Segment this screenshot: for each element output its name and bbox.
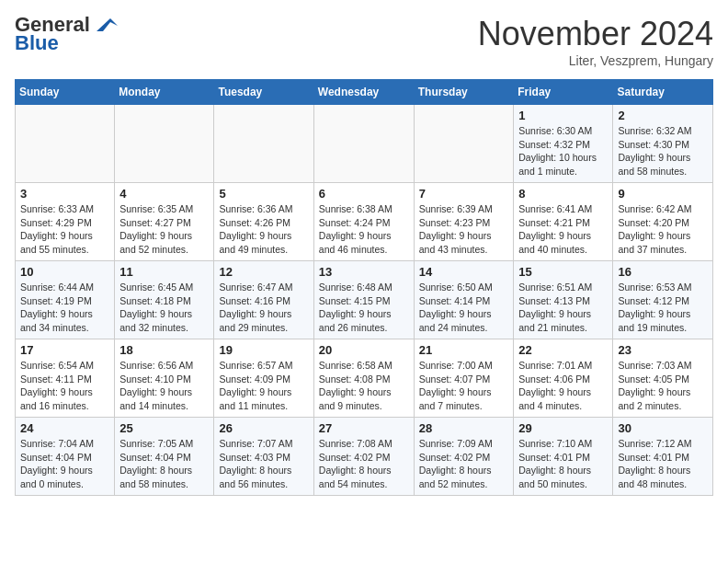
calendar-cell: 10Sunrise: 6:44 AM Sunset: 4:19 PM Dayli… xyxy=(16,261,115,339)
day-header-friday: Friday xyxy=(514,80,613,105)
calendar-cell: 11Sunrise: 6:45 AM Sunset: 4:18 PM Dayli… xyxy=(115,261,214,339)
day-info: Sunrise: 6:42 AM Sunset: 4:20 PM Dayligh… xyxy=(618,202,708,257)
day-number: 21 xyxy=(419,343,509,357)
calendar-cell: 28Sunrise: 7:09 AM Sunset: 4:02 PM Dayli… xyxy=(414,418,514,496)
calendar-cell: 19Sunrise: 6:57 AM Sunset: 4:09 PM Dayli… xyxy=(214,339,313,418)
day-info: Sunrise: 6:57 AM Sunset: 4:09 PM Dayligh… xyxy=(219,359,308,413)
calendar-header-row: SundayMondayTuesdayWednesdayThursdayFrid… xyxy=(16,80,713,105)
calendar-cell: 22Sunrise: 7:01 AM Sunset: 4:06 PM Dayli… xyxy=(514,339,613,418)
day-number: 5 xyxy=(219,187,308,201)
day-info: Sunrise: 7:01 AM Sunset: 4:06 PM Dayligh… xyxy=(518,359,608,413)
day-number: 16 xyxy=(618,265,708,279)
calendar-cell: 25Sunrise: 7:05 AM Sunset: 4:04 PM Dayli… xyxy=(115,418,214,496)
day-number: 11 xyxy=(119,265,209,279)
day-info: Sunrise: 6:35 AM Sunset: 4:27 PM Dayligh… xyxy=(119,202,209,257)
location-subtitle: Liter, Veszprem, Hungary xyxy=(478,53,713,68)
day-info: Sunrise: 6:50 AM Sunset: 4:14 PM Dayligh… xyxy=(419,281,509,335)
day-info: Sunrise: 7:00 AM Sunset: 4:07 PM Dayligh… xyxy=(419,359,509,413)
day-info: Sunrise: 6:54 AM Sunset: 4:11 PM Dayligh… xyxy=(20,359,109,413)
calendar-cell: 12Sunrise: 6:47 AM Sunset: 4:16 PM Dayli… xyxy=(214,261,313,339)
calendar-cell: 3Sunrise: 6:33 AM Sunset: 4:29 PM Daylig… xyxy=(16,183,115,261)
logo: General Blue xyxy=(15,15,119,55)
day-info: Sunrise: 6:45 AM Sunset: 4:18 PM Dayligh… xyxy=(119,281,209,335)
day-number: 23 xyxy=(618,343,708,357)
day-info: Sunrise: 7:04 AM Sunset: 4:04 PM Dayligh… xyxy=(20,437,109,491)
calendar-cell: 24Sunrise: 7:04 AM Sunset: 4:04 PM Dayli… xyxy=(16,418,115,496)
calendar-table: SundayMondayTuesdayWednesdayThursdayFrid… xyxy=(15,79,713,496)
day-number: 1 xyxy=(518,109,608,122)
day-header-wednesday: Wednesday xyxy=(313,80,414,105)
day-number: 7 xyxy=(419,187,509,201)
calendar-cell: 27Sunrise: 7:08 AM Sunset: 4:02 PM Dayli… xyxy=(313,418,414,496)
day-header-sunday: Sunday xyxy=(16,80,115,105)
calendar-cell: 18Sunrise: 6:56 AM Sunset: 4:10 PM Dayli… xyxy=(115,339,214,418)
day-info: Sunrise: 6:47 AM Sunset: 4:16 PM Dayligh… xyxy=(219,281,308,335)
calendar-cell: 6Sunrise: 6:38 AM Sunset: 4:24 PM Daylig… xyxy=(313,183,414,261)
calendar-cell: 17Sunrise: 6:54 AM Sunset: 4:11 PM Dayli… xyxy=(16,339,115,418)
calendar-week-row: 3Sunrise: 6:33 AM Sunset: 4:29 PM Daylig… xyxy=(16,183,713,261)
day-header-tuesday: Tuesday xyxy=(214,80,313,105)
day-info: Sunrise: 6:39 AM Sunset: 4:23 PM Dayligh… xyxy=(419,202,509,257)
day-number: 3 xyxy=(20,187,109,201)
calendar-cell: 1Sunrise: 6:30 AM Sunset: 4:32 PM Daylig… xyxy=(514,105,613,183)
day-number: 15 xyxy=(518,265,608,279)
calendar-week-row: 17Sunrise: 6:54 AM Sunset: 4:11 PM Dayli… xyxy=(16,339,713,418)
day-number: 10 xyxy=(20,265,109,279)
day-number: 27 xyxy=(319,421,409,435)
day-info: Sunrise: 7:08 AM Sunset: 4:02 PM Dayligh… xyxy=(319,437,409,491)
calendar-cell: 4Sunrise: 6:35 AM Sunset: 4:27 PM Daylig… xyxy=(115,183,214,261)
day-number: 24 xyxy=(20,421,109,435)
day-number: 25 xyxy=(119,421,209,435)
day-info: Sunrise: 7:03 AM Sunset: 4:05 PM Dayligh… xyxy=(618,359,708,413)
calendar-cell xyxy=(313,105,414,183)
day-number: 13 xyxy=(319,265,409,279)
calendar-cell: 8Sunrise: 6:41 AM Sunset: 4:21 PM Daylig… xyxy=(514,183,613,261)
calendar-cell: 2Sunrise: 6:32 AM Sunset: 4:30 PM Daylig… xyxy=(613,105,713,183)
day-number: 6 xyxy=(319,187,409,201)
day-info: Sunrise: 6:36 AM Sunset: 4:26 PM Dayligh… xyxy=(219,202,308,257)
calendar-cell: 5Sunrise: 6:36 AM Sunset: 4:26 PM Daylig… xyxy=(214,183,313,261)
day-number: 29 xyxy=(518,421,608,435)
calendar-cell: 30Sunrise: 7:12 AM Sunset: 4:01 PM Dayli… xyxy=(613,418,713,496)
calendar-cell xyxy=(115,105,214,183)
day-number: 12 xyxy=(219,265,308,279)
day-number: 2 xyxy=(618,109,708,122)
day-number: 9 xyxy=(618,187,708,201)
page-header: General Blue November 2024 Liter, Veszpr… xyxy=(15,15,713,68)
day-info: Sunrise: 6:33 AM Sunset: 4:29 PM Dayligh… xyxy=(20,202,109,257)
day-info: Sunrise: 7:07 AM Sunset: 4:03 PM Dayligh… xyxy=(219,437,308,491)
day-info: Sunrise: 6:53 AM Sunset: 4:12 PM Dayligh… xyxy=(618,281,708,335)
calendar-cell: 29Sunrise: 7:10 AM Sunset: 4:01 PM Dayli… xyxy=(514,418,613,496)
day-info: Sunrise: 6:38 AM Sunset: 4:24 PM Dayligh… xyxy=(319,202,409,257)
calendar-cell: 21Sunrise: 7:00 AM Sunset: 4:07 PM Dayli… xyxy=(414,339,514,418)
day-number: 14 xyxy=(419,265,509,279)
calendar-cell: 16Sunrise: 6:53 AM Sunset: 4:12 PM Dayli… xyxy=(613,261,713,339)
day-info: Sunrise: 6:30 AM Sunset: 4:32 PM Dayligh… xyxy=(518,124,608,178)
day-info: Sunrise: 6:32 AM Sunset: 4:30 PM Dayligh… xyxy=(618,124,708,178)
day-number: 8 xyxy=(518,187,608,201)
day-header-thursday: Thursday xyxy=(414,80,514,105)
day-number: 20 xyxy=(319,343,409,357)
calendar-week-row: 10Sunrise: 6:44 AM Sunset: 4:19 PM Dayli… xyxy=(16,261,713,339)
day-number: 22 xyxy=(518,343,608,357)
day-info: Sunrise: 7:09 AM Sunset: 4:02 PM Dayligh… xyxy=(419,437,509,491)
calendar-cell xyxy=(214,105,313,183)
calendar-cell: 23Sunrise: 7:03 AM Sunset: 4:05 PM Dayli… xyxy=(613,339,713,418)
calendar-cell: 13Sunrise: 6:48 AM Sunset: 4:15 PM Dayli… xyxy=(313,261,414,339)
calendar-week-row: 1Sunrise: 6:30 AM Sunset: 4:32 PM Daylig… xyxy=(16,105,713,183)
day-info: Sunrise: 6:41 AM Sunset: 4:21 PM Dayligh… xyxy=(518,202,608,257)
day-info: Sunrise: 6:48 AM Sunset: 4:15 PM Dayligh… xyxy=(319,281,409,335)
day-number: 19 xyxy=(219,343,308,357)
day-number: 4 xyxy=(119,187,209,201)
day-info: Sunrise: 6:44 AM Sunset: 4:19 PM Dayligh… xyxy=(20,281,109,335)
day-info: Sunrise: 7:12 AM Sunset: 4:01 PM Dayligh… xyxy=(618,437,708,491)
day-header-monday: Monday xyxy=(115,80,214,105)
logo-blue: Blue xyxy=(15,31,59,55)
day-number: 28 xyxy=(419,421,509,435)
calendar-cell: 7Sunrise: 6:39 AM Sunset: 4:23 PM Daylig… xyxy=(414,183,514,261)
calendar-cell: 14Sunrise: 6:50 AM Sunset: 4:14 PM Dayli… xyxy=(414,261,514,339)
day-number: 26 xyxy=(219,421,308,435)
day-info: Sunrise: 6:56 AM Sunset: 4:10 PM Dayligh… xyxy=(119,359,209,413)
month-title: November 2024 xyxy=(478,15,713,53)
calendar-week-row: 24Sunrise: 7:04 AM Sunset: 4:04 PM Dayli… xyxy=(16,418,713,496)
